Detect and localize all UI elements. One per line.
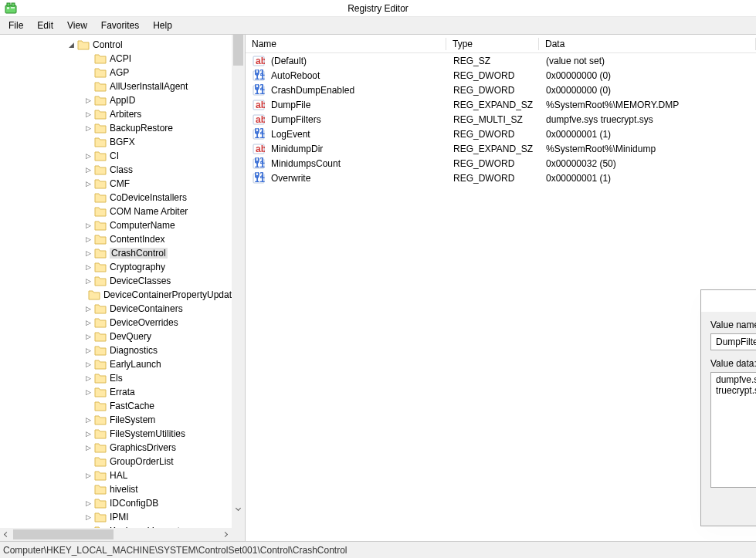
tree-item-agp[interactable]: AGP	[0, 66, 232, 79]
expand-icon[interactable]: ▷	[83, 304, 93, 313]
menu-file[interactable]: File	[2, 18, 30, 33]
expand-icon[interactable]: ▷	[83, 415, 93, 424]
tree-item-devquery[interactable]: ▷DevQuery	[0, 330, 232, 343]
tree-item-codeviceinstallers[interactable]: CoDeviceInstallers	[0, 191, 232, 205]
tree-item-label: FastCache	[110, 401, 154, 411]
tree-scrollbar-vertical[interactable]	[232, 35, 245, 528]
list-header: Name Type Data	[246, 35, 756, 53]
expand-icon[interactable]: ▷	[83, 123, 93, 133]
tree-item-earlylaunch[interactable]: ▷EarlyLaunch	[0, 357, 232, 371]
list-row[interactable]: 011110LogEventREG_DWORD0x00000001 (1)	[246, 127, 756, 141]
tree-item-contentindex[interactable]: ▷ContentIndex	[0, 232, 232, 246]
tree-item-class[interactable]: ▷Class	[0, 163, 232, 177]
tree-root[interactable]: ◢ Control	[0, 38, 232, 52]
tree-item-cmf[interactable]: ▷CMF	[0, 177, 232, 191]
tree-item-label: COM Name Arbiter	[110, 206, 188, 217]
menu-help[interactable]: Help	[146, 18, 179, 33]
tree-pane: ◢ Control ACPIAGPAllUserInstallAgent▷App…	[0, 35, 246, 541]
tree-item-filesystem[interactable]: ▷FileSystem	[0, 413, 232, 427]
tree-vscroll-thumb[interactable]	[233, 35, 243, 66]
menu-edit[interactable]: Edit	[30, 18, 60, 33]
list-row[interactable]: 011110CrashDumpEnabledREG_DWORD0x0000000…	[246, 83, 756, 97]
col-header-name[interactable]: Name	[246, 36, 446, 52]
cell-data: (value not set)	[543, 56, 756, 66]
tree-scrollbar-horizontal[interactable]	[0, 528, 245, 541]
folder-icon	[94, 95, 107, 106]
tree-item-ipmi[interactable]: ▷IPMI	[0, 510, 232, 524]
value-data-textarea[interactable]	[710, 372, 756, 488]
expand-icon[interactable]: ▷	[83, 387, 93, 397]
list-row[interactable]: abDumpFileREG_EXPAND_SZ%SystemRoot%\MEMO…	[246, 97, 756, 112]
expand-icon[interactable]: ▷	[83, 443, 93, 452]
tree-item-label: GraphicsDrivers	[110, 442, 176, 453]
cell-name: AutoReboot	[268, 70, 450, 81]
list-row[interactable]: 011110OverwriteREG_DWORD0x00000001 (1)	[246, 171, 756, 185]
tree-item-ci[interactable]: ▷CI	[0, 149, 232, 163]
expand-icon[interactable]: ▷	[83, 360, 93, 369]
menu-favorites[interactable]: Favorites	[94, 18, 146, 33]
tree-item-hivelist[interactable]: hivelist	[0, 482, 232, 496]
tree-item-graphicsdrivers[interactable]: ▷GraphicsDrivers	[0, 441, 232, 455]
col-header-type[interactable]: Type	[446, 36, 539, 52]
tree-item-cryptography[interactable]: ▷Cryptography	[0, 260, 232, 274]
tree-item-backuprestore[interactable]: ▷BackupRestore	[0, 121, 232, 135]
tree-item-computername[interactable]: ▷ComputerName	[0, 218, 232, 232]
expand-icon[interactable]: ▷	[83, 318, 93, 327]
scroll-right-icon[interactable]	[219, 528, 232, 541]
tree-item-label: ComputerName	[110, 220, 175, 231]
expand-icon[interactable]: ▷	[83, 332, 93, 341]
expand-icon[interactable]: ▷	[83, 165, 93, 174]
tree-item-deviceclasses[interactable]: ▷DeviceClasses	[0, 274, 232, 288]
expand-icon[interactable]: ▷	[83, 96, 93, 105]
col-header-data[interactable]: Data	[539, 36, 756, 52]
list-row[interactable]: ab(Default)REG_SZ(value not set)	[246, 53, 756, 68]
expand-icon[interactable]: ▷	[83, 262, 93, 272]
tree-item-deviceoverrides[interactable]: ▷DeviceOverrides	[0, 316, 232, 330]
expand-icon[interactable]: ▷	[83, 429, 93, 438]
tree-item-appid[interactable]: ▷AppID	[0, 93, 232, 107]
folder-icon	[94, 387, 107, 397]
tree-item-devicecontainers[interactable]: ▷DeviceContainers	[0, 302, 232, 316]
scroll-down-icon[interactable]	[232, 502, 245, 515]
tree-item-crashcontrol[interactable]: ▷CrashControl	[0, 246, 232, 260]
tree-item-acpi[interactable]: ACPI	[0, 52, 232, 66]
tree-item-devicecontainerpropertyupdat[interactable]: DeviceContainerPropertyUpdat	[0, 288, 232, 302]
list-row[interactable]: abDumpFiltersREG_MULTI_SZdumpfve.sys tru…	[246, 112, 756, 127]
dialog-titlebar[interactable]: Edit Multi-String	[701, 290, 756, 312]
list-row[interactable]: 011110AutoRebootREG_DWORD0x00000000 (0)	[246, 68, 756, 83]
cell-name: CrashDumpEnabled	[268, 85, 450, 96]
expand-spacer	[83, 457, 93, 466]
expand-icon[interactable]: ▷	[83, 151, 93, 161]
tree-item-fastcache[interactable]: FastCache	[0, 399, 232, 413]
tree-item-alluserinstallagent[interactable]: AllUserInstallAgent	[0, 79, 232, 93]
value-name-input[interactable]	[710, 333, 756, 350]
expand-icon[interactable]: ▷	[83, 179, 93, 188]
expand-icon[interactable]: ▷	[83, 110, 93, 119]
tree-item-arbiters[interactable]: ▷Arbiters	[0, 107, 232, 121]
tree-item-idconfigdb[interactable]: ▷IDConfigDB	[0, 496, 232, 510]
expand-icon[interactable]: ▷	[83, 221, 93, 230]
tree-item-com-name-arbiter[interactable]: COM Name Arbiter	[0, 205, 232, 218]
expand-icon[interactable]: ▷	[83, 374, 93, 383]
expand-icon[interactable]: ▷	[83, 499, 93, 508]
tree-hscroll-thumb[interactable]	[13, 529, 114, 539]
expand-icon[interactable]: ▷	[83, 276, 93, 286]
menu-view[interactable]: View	[60, 18, 94, 33]
tree-item-filesystemutilities[interactable]: ▷FileSystemUtilities	[0, 427, 232, 441]
expand-icon[interactable]: ▷	[83, 512, 93, 522]
cell-type: REG_SZ	[450, 56, 543, 66]
expand-icon[interactable]: ▷	[83, 235, 93, 244]
tree-item-els[interactable]: ▷Els	[0, 371, 232, 385]
tree-item-grouporderlist[interactable]: GroupOrderList	[0, 455, 232, 468]
tree-item-hal[interactable]: ▷HAL	[0, 468, 232, 482]
tree-item-bgfx[interactable]: BGFX	[0, 135, 232, 149]
list-row[interactable]: 011110MinidumpsCountREG_DWORD0x00000032 …	[246, 156, 756, 171]
tree-item-errata[interactable]: ▷Errata	[0, 385, 232, 399]
expand-icon[interactable]: ▷	[83, 249, 93, 258]
scroll-left-icon[interactable]	[0, 528, 13, 541]
collapse-icon[interactable]: ◢	[66, 40, 76, 49]
tree-item-diagnostics[interactable]: ▷Diagnostics	[0, 343, 232, 357]
expand-icon[interactable]: ▷	[83, 471, 93, 480]
list-row[interactable]: abMinidumpDirREG_EXPAND_SZ%SystemRoot%\M…	[246, 141, 756, 156]
expand-icon[interactable]: ▷	[83, 346, 93, 355]
